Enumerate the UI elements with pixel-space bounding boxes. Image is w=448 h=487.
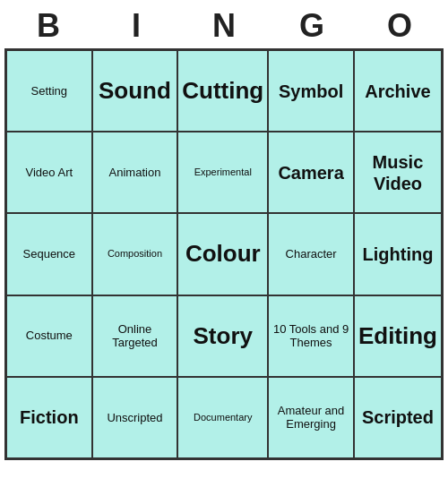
bingo-grid: Setting Sound Cutting Symbol Archive Vid… <box>4 48 444 460</box>
header-letter-g: G <box>272 7 351 45</box>
bingo-header: B I N G O <box>4 5 444 48</box>
cell-19[interactable]: Editing <box>354 295 442 377</box>
cell-4[interactable]: Archive <box>354 50 442 132</box>
cell-6[interactable]: Animation <box>92 132 178 213</box>
header-letter-n: N <box>185 7 263 45</box>
cell-8[interactable]: Camera <box>268 132 354 213</box>
cell-15[interactable]: Costume <box>6 295 92 377</box>
cell-12[interactable]: Colour <box>177 213 268 295</box>
cell-21[interactable]: Unscripted <box>92 377 178 458</box>
header-letter-b: B <box>9 7 88 45</box>
cell-18[interactable]: 10 Tools and 9 Themes <box>268 295 354 377</box>
cell-10[interactable]: Sequence <box>6 213 92 295</box>
cell-1[interactable]: Sound <box>92 50 178 132</box>
cell-22[interactable]: Documentary <box>177 377 268 458</box>
cell-3[interactable]: Symbol <box>268 50 354 132</box>
cell-14[interactable]: Lighting <box>354 213 442 295</box>
bingo-container: B I N G O Setting Sound Cutting Symbol A… <box>4 5 444 460</box>
cell-11[interactable]: Composition <box>92 213 178 295</box>
cell-23[interactable]: Amateur and Emerging <box>268 377 354 458</box>
header-letter-i: I <box>97 7 176 45</box>
header-letter-o: O <box>360 7 439 45</box>
cell-16[interactable]: Online Targeted <box>92 295 178 377</box>
cell-0[interactable]: Setting <box>6 50 92 132</box>
cell-5[interactable]: Video Art <box>6 132 92 213</box>
cell-9[interactable]: Music Video <box>354 132 442 213</box>
cell-2[interactable]: Cutting <box>177 50 268 132</box>
cell-13[interactable]: Character <box>268 213 354 295</box>
cell-17[interactable]: Story <box>177 295 268 377</box>
cell-24[interactable]: Scripted <box>354 377 442 458</box>
cell-7[interactable]: Experimental <box>177 132 268 213</box>
cell-20[interactable]: Fiction <box>6 377 92 458</box>
